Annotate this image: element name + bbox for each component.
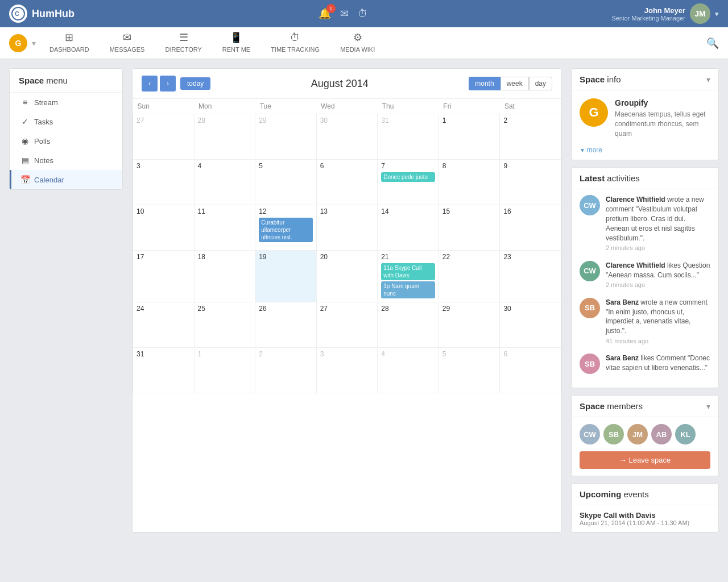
user-dropdown-chevron[interactable]: ▾ [715,10,719,18]
calendar-event[interactable]: Curabitur ullamcorper ultricies nisl. [259,218,313,242]
sidebar-item-polls[interactable]: ◉ Polls [10,131,122,151]
calendar-cell[interactable]: 2 [255,348,317,393]
calendar-cell[interactable]: 25 [194,302,255,348]
calendar-cell[interactable]: 15 [439,205,500,251]
day-number: 2 [259,350,313,358]
calendar-cell[interactable]: 8 [439,160,500,205]
member-avatar[interactable]: KL [675,424,696,444]
calendar-cell[interactable]: 1 [194,348,255,393]
calendar-event[interactable]: Donec pede justo [381,172,435,182]
sidebar-item-tasks[interactable]: ✓ Tasks [10,112,122,131]
space-more-link[interactable]: more [572,146,718,160]
nav-time-tracking[interactable]: ⏱ TIME TRACKING [262,27,329,59]
calendar-cell[interactable]: 11 [194,205,255,251]
notification-btn[interactable]: 🔔 1 [318,7,331,20]
calendar-cell[interactable]: 20 [316,251,378,302]
space-members-header: Space members ▾ [572,396,718,417]
calendar-icon: 📅 [20,175,30,184]
user-title: Senior Marketing Manager [611,15,685,22]
cal-view-week[interactable]: week [500,77,529,90]
sidebar-item-calendar[interactable]: 📅 Calendar [10,170,122,189]
calendar-cell[interactable]: 1 [439,114,500,160]
calendar-cell[interactable]: 19 [255,251,317,302]
calendar-cell[interactable]: 10 [133,205,195,251]
sidebar-item-stream[interactable]: ≡ Stream [10,93,122,112]
calendar-cell[interactable]: 16 [500,205,561,251]
nav-dashboard[interactable]: ⊞ DASHBOARD [40,27,98,59]
calendar-cell[interactable]: 2 [500,114,561,160]
calendar-main: ‹ › today August 2014 month week day Sun… [132,68,562,533]
members-body: CWSBJMABKL Leave space [572,417,718,476]
col-mon: Mon [194,99,255,114]
cal-view-month[interactable]: month [469,77,500,90]
media-wiki-icon: ⚙ [353,31,362,44]
col-sat: Sat [500,99,561,114]
calendar-cell[interactable]: 17 [133,251,195,302]
cal-today-btn[interactable]: today [180,77,210,90]
search-button[interactable]: 🔍 [706,37,719,49]
calendar-cell[interactable]: 31 [378,114,439,160]
nav-messages[interactable]: ✉ MESSAGES [101,27,154,59]
sidebar-item-notes[interactable]: ▤ Notes [10,151,122,170]
calendar-cell[interactable]: 27 [133,114,195,160]
tasks-icon: ✓ [20,117,30,126]
calendar-cell[interactable]: 28 [378,302,439,348]
calendar-cell[interactable]: 3 [133,160,195,205]
avatar[interactable]: JM [690,3,710,24]
calendar-cell[interactable]: 30 [316,114,378,160]
calendar-cell[interactable]: 5 [255,160,317,205]
day-number: 22 [442,253,497,261]
space-name: Groupify [615,98,710,107]
nav-rent-me[interactable]: 📱 RENT ME [213,27,259,59]
member-avatar[interactable]: AB [651,424,672,444]
day-number: 29 [259,117,313,124]
cal-prev-btn[interactable]: ‹ [142,76,158,92]
space-avatar: G [580,98,608,127]
member-avatar[interactable]: SB [603,424,624,444]
clock-btn[interactable]: ⏱ [358,8,368,20]
calendar-cell[interactable]: 3 [316,348,378,393]
calendar-cell[interactable]: 22 [439,251,500,302]
space-info-chevron[interactable]: ▾ [706,75,710,84]
calendar-cell[interactable]: 4 [194,160,255,205]
calendar-cell[interactable]: 6 [316,160,378,205]
calendar-event[interactable]: 1p Nam quam nunc [381,281,435,298]
day-number: 4 [381,350,435,358]
calendar-cell[interactable]: 12Curabitur ullamcorper ultricies nisl. [255,205,317,251]
logo-icon: C [9,5,27,23]
calendar-cell[interactable]: 18 [194,251,255,302]
calendar-cell[interactable]: 23 [500,251,561,302]
calendar-cell[interactable]: 24 [133,302,195,348]
calendar-cell[interactable]: 14 [378,205,439,251]
latest-activities-card: Latest activities CW Clarence Whitfield … [571,167,719,388]
space-members-chevron[interactable]: ▾ [706,402,710,411]
calendar-cell[interactable]: 13 [316,205,378,251]
calendar-cell[interactable]: 31 [133,348,195,393]
sidebar: Space menu ≡ Stream ✓ Tasks ◉ Polls ▤ No… [9,68,123,533]
calendar-cell[interactable]: 30 [500,302,561,348]
cal-next-btn[interactable]: › [160,76,176,92]
sidebar-title: Space menu [10,69,122,93]
space-dropdown[interactable]: ▾ [30,39,38,48]
space-button[interactable]: G [9,34,27,52]
calendar-event[interactable]: 11a Skype Call with Davis [381,263,435,280]
messages-btn[interactable]: ✉ [340,7,349,20]
cal-view-day[interactable]: day [529,77,552,90]
calendar-cell[interactable]: 4 [378,348,439,393]
calendar-cell[interactable]: 9 [500,160,561,205]
member-avatar[interactable]: JM [627,424,648,444]
calendar-cell[interactable]: 5 [439,348,500,393]
calendar-cell[interactable]: 7Donec pede justo [378,160,439,205]
calendar-cell[interactable]: 29 [439,302,500,348]
calendar-cell[interactable]: 28 [194,114,255,160]
member-avatar[interactable]: CW [580,424,600,444]
calendar-cell[interactable]: 2111a Skype Call with Davis1p Nam quam n… [378,251,439,302]
day-number: 23 [503,253,557,261]
leave-space-button[interactable]: Leave space [580,451,710,469]
calendar-cell[interactable]: 6 [500,348,561,393]
calendar-cell[interactable]: 29 [255,114,317,160]
calendar-cell[interactable]: 26 [255,302,317,348]
nav-directory[interactable]: ☰ DIRECTORY [156,27,210,59]
calendar-cell[interactable]: 27 [316,302,378,348]
nav-media-wiki[interactable]: ⚙ MEDIA WIKI [331,27,384,59]
